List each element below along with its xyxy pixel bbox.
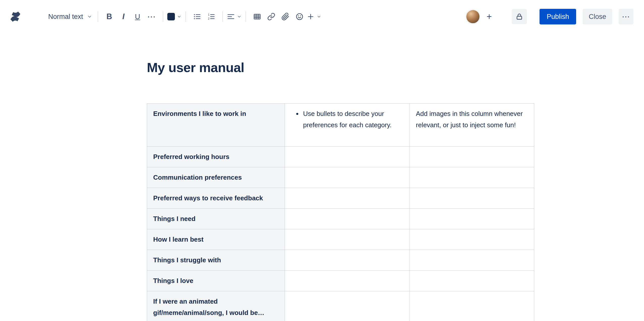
toolbar-divider xyxy=(246,11,246,22)
chevron-down-icon xyxy=(317,14,321,19)
text-color-button[interactable] xyxy=(167,10,181,24)
preference-cell[interactable] xyxy=(285,147,410,167)
image-cell[interactable] xyxy=(410,271,534,291)
editor-toolbar: Normal text B I U ⋯ 1 2 xyxy=(0,0,644,33)
more-formatting-button[interactable]: ⋯ xyxy=(145,10,159,24)
row-header-cell[interactable]: Environments I like to work in xyxy=(147,104,285,147)
chevron-down-icon xyxy=(177,14,181,19)
page-title[interactable]: My user manual xyxy=(147,60,534,75)
numbered-list-button[interactable]: 1 2 xyxy=(204,10,218,24)
plus-icon: + xyxy=(487,12,492,21)
insert-table-button[interactable] xyxy=(250,10,264,24)
chevron-down-icon xyxy=(87,14,92,19)
bullet-list: Use bullets to describe your preferences… xyxy=(291,108,404,131)
table-row: How I learn best xyxy=(147,229,534,250)
table-row: Things I need xyxy=(147,209,534,229)
user-avatar[interactable] xyxy=(466,10,480,24)
numbered-list-icon: 1 2 xyxy=(207,13,215,21)
italic-button[interactable]: I xyxy=(116,10,130,24)
chevron-down-icon xyxy=(237,14,241,19)
row-header-cell[interactable]: Communication preferences xyxy=(147,167,285,188)
image-cell[interactable] xyxy=(410,291,534,321)
underline-icon: U xyxy=(135,13,140,21)
underline-button[interactable]: U xyxy=(130,10,145,24)
bulleted-list-button[interactable] xyxy=(190,10,204,24)
toolbar-left-group: Normal text B I U ⋯ 1 2 xyxy=(8,10,321,24)
lock-icon xyxy=(515,13,523,21)
table-row: Things I struggle with xyxy=(147,250,534,271)
toolbar-divider xyxy=(163,11,163,22)
toolbar-divider xyxy=(185,11,186,22)
image-cell[interactable]: Add images in this column whenever relev… xyxy=(410,104,534,147)
bold-button[interactable]: B xyxy=(102,10,116,24)
table-icon xyxy=(253,13,261,21)
image-cell-note: Add images in this column whenever relev… xyxy=(416,110,523,129)
bulleted-list-icon xyxy=(193,13,201,21)
link-button[interactable] xyxy=(264,10,278,24)
emoji-icon xyxy=(296,13,304,21)
preference-cell[interactable]: Use bullets to describe your preferences… xyxy=(285,104,410,147)
toolbar-right-group: + Publish Close ⋯ xyxy=(466,9,633,24)
toolbar-divider xyxy=(98,11,98,22)
italic-icon: I xyxy=(122,12,125,21)
content-table: Environments I like to work in Use bulle… xyxy=(147,103,534,321)
table-row: Preferred ways to receive feedback xyxy=(147,188,534,209)
row-header-cell[interactable]: How I learn best xyxy=(147,229,285,250)
align-left-icon xyxy=(227,13,235,21)
preference-cell[interactable] xyxy=(285,271,410,291)
svg-text:1: 1 xyxy=(208,13,209,16)
table-row: Things I love xyxy=(147,271,534,291)
collaborators: + xyxy=(466,10,495,24)
confluence-logo[interactable] xyxy=(8,10,22,24)
row-header-cell[interactable]: Preferred working hours xyxy=(147,147,285,167)
image-cell[interactable] xyxy=(410,147,534,167)
preference-cell[interactable] xyxy=(285,250,410,271)
bold-icon: B xyxy=(106,12,112,21)
confluence-logo-icon xyxy=(9,11,21,23)
close-button[interactable]: Close xyxy=(583,9,612,24)
image-cell[interactable] xyxy=(410,209,534,229)
row-header-cell[interactable]: Things I love xyxy=(147,271,285,291)
preference-cell[interactable] xyxy=(285,209,410,229)
preference-cell[interactable] xyxy=(285,188,410,209)
bullet-item: Use bullets to describe your preferences… xyxy=(302,108,404,131)
emoji-button[interactable] xyxy=(292,10,307,24)
text-style-label: Normal text xyxy=(48,13,83,21)
insert-more-button[interactable] xyxy=(307,10,321,24)
row-header-cell[interactable]: If I were an animated gif/meme/animal/so… xyxy=(147,291,285,321)
link-icon xyxy=(267,13,275,21)
preference-cell[interactable] xyxy=(285,291,410,321)
image-cell[interactable] xyxy=(410,229,534,250)
alignment-button[interactable] xyxy=(227,10,241,24)
preference-cell[interactable] xyxy=(285,167,410,188)
text-style-dropdown[interactable]: Normal text xyxy=(47,10,94,23)
svg-text:2: 2 xyxy=(208,17,209,20)
image-cell[interactable] xyxy=(410,250,534,271)
table-row: If I were an animated gif/meme/animal/so… xyxy=(147,291,534,321)
table-row: Preferred working hours xyxy=(147,147,534,167)
table-row: Communication preferences xyxy=(147,167,534,188)
paperclip-icon xyxy=(281,13,289,21)
plus-icon xyxy=(307,13,315,21)
restrictions-button[interactable] xyxy=(512,9,527,24)
more-formatting-icon: ⋯ xyxy=(147,12,156,21)
row-header-cell[interactable]: Things I struggle with xyxy=(147,250,285,271)
image-cell[interactable] xyxy=(410,188,534,209)
text-color-swatch-icon xyxy=(167,13,175,20)
row-header-label: Environments I like to work in xyxy=(153,110,246,117)
invite-button[interactable]: + xyxy=(484,11,495,22)
more-actions-button[interactable]: ⋯ xyxy=(619,9,633,24)
table-row: Environments I like to work in Use bulle… xyxy=(147,104,534,147)
row-header-cell[interactable]: Things I need xyxy=(147,209,285,229)
image-cell[interactable] xyxy=(410,167,534,188)
row-header-cell[interactable]: Preferred ways to receive feedback xyxy=(147,188,285,209)
editor-content: My user manual Environments I like to wo… xyxy=(147,60,534,321)
toolbar-divider xyxy=(222,11,223,22)
preference-cell[interactable] xyxy=(285,229,410,250)
publish-button[interactable]: Publish xyxy=(540,9,576,24)
table-body: Environments I like to work in Use bulle… xyxy=(147,104,534,321)
attachment-button[interactable] xyxy=(278,10,292,24)
